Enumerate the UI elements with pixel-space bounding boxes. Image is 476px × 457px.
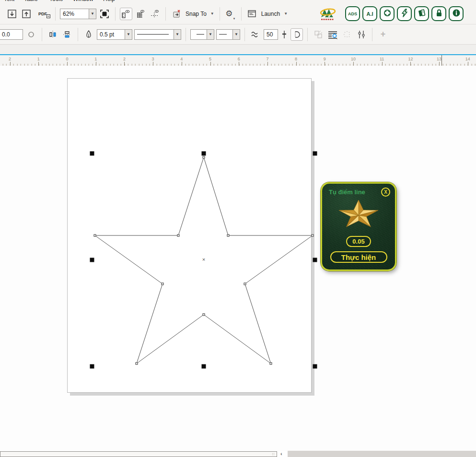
snap-off-button[interactable] bbox=[170, 8, 183, 20]
gear-icon: ⚙ bbox=[225, 10, 232, 18]
mirror-vertical-button[interactable] bbox=[61, 28, 73, 41]
plugin-execute-button[interactable]: Thực hiện bbox=[330, 251, 387, 263]
show-guidelines-button[interactable] bbox=[149, 8, 161, 20]
ruler-major-tick bbox=[124, 62, 125, 66]
lightning-button[interactable] bbox=[397, 6, 412, 21]
horizontal-scrollbar: ‹ bbox=[0, 451, 476, 457]
selection-handle[interactable] bbox=[202, 364, 206, 369]
ruler-number: 13 bbox=[437, 57, 441, 61]
smoothing-field[interactable]: 50 bbox=[264, 29, 278, 40]
line-style-dropdown-icon[interactable]: ▼ bbox=[174, 29, 181, 40]
selection-handle[interactable] bbox=[202, 152, 206, 156]
add-tool-button[interactable]: + bbox=[377, 28, 389, 41]
launch-dropdown-icon[interactable]: ▼ bbox=[284, 12, 288, 16]
star-node[interactable] bbox=[136, 363, 138, 365]
zoom-dropdown-arrow-icon[interactable]: ▼ bbox=[89, 9, 96, 19]
selection-handle[interactable] bbox=[313, 364, 317, 369]
ruler-number: 1 bbox=[94, 57, 97, 61]
selection-handle[interactable] bbox=[313, 152, 317, 156]
launch-label[interactable]: Launch bbox=[261, 11, 280, 17]
menu-help[interactable]: Help bbox=[103, 0, 115, 2]
aim-button[interactable] bbox=[380, 6, 395, 21]
import-button[interactable] bbox=[6, 8, 18, 20]
text-wrap-button[interactable] bbox=[326, 28, 339, 41]
grid-icon bbox=[136, 9, 145, 19]
position-x-field[interactable]: 0.0 bbox=[0, 29, 23, 40]
start-arrowhead-combobox[interactable]: ▼ bbox=[190, 29, 214, 40]
star-node[interactable] bbox=[94, 234, 96, 237]
end-arrowhead-combobox[interactable]: ▼ bbox=[216, 29, 240, 40]
menu-tools[interactable]: Tools bbox=[49, 0, 63, 2]
outline-width-combobox[interactable]: 0.5 pt ▼ bbox=[97, 29, 132, 40]
align-nodes-button bbox=[341, 28, 353, 41]
curve-settings-button[interactable] bbox=[355, 28, 368, 41]
selection-handle[interactable] bbox=[90, 258, 94, 262]
lock-button[interactable] bbox=[431, 6, 446, 21]
plugin-value-field[interactable]: 0.05 bbox=[346, 236, 371, 247]
line-style-preview[interactable] bbox=[134, 29, 174, 40]
publish-pdf-button[interactable]: PDF bbox=[35, 8, 51, 20]
scroll-left-arrow-icon[interactable]: ‹ bbox=[280, 451, 282, 457]
ads-button[interactable]: ADS bbox=[345, 6, 360, 21]
star-node[interactable] bbox=[203, 314, 205, 316]
star-node[interactable] bbox=[162, 283, 164, 285]
ruler-number: 9 bbox=[324, 57, 326, 61]
plugin-close-button[interactable]: X bbox=[381, 187, 390, 197]
align-nodes-icon bbox=[342, 30, 352, 39]
ruler-number: 2 bbox=[9, 57, 11, 61]
mirror-horizontal-button[interactable] bbox=[46, 28, 59, 41]
snap-to-dropdown-icon[interactable]: ▼ bbox=[210, 12, 214, 16]
books-button[interactable] bbox=[414, 6, 429, 21]
fullscreen-preview-button[interactable] bbox=[98, 8, 111, 20]
ai-button[interactable]: A.I bbox=[362, 6, 377, 21]
star-node[interactable] bbox=[227, 234, 230, 237]
scrollbar-thumb[interactable] bbox=[0, 451, 277, 457]
zoom-level-value[interactable]: 62% bbox=[60, 9, 89, 19]
selection-handle[interactable] bbox=[90, 364, 94, 369]
info-button[interactable] bbox=[449, 6, 464, 21]
snap-to-label[interactable]: Snap To bbox=[186, 11, 207, 17]
ruler-number: 11 bbox=[380, 57, 384, 61]
ruler-number: 1 bbox=[37, 57, 40, 61]
selection-center-mark[interactable]: × bbox=[202, 257, 205, 262]
show-rulers-button[interactable] bbox=[120, 8, 132, 20]
menu-window[interactable]: Window bbox=[73, 0, 93, 2]
smoothing-value[interactable]: 50 bbox=[264, 29, 278, 40]
sliders-icon bbox=[357, 30, 366, 39]
snap-off-icon bbox=[172, 9, 181, 19]
position-x-value[interactable]: 0.0 bbox=[0, 29, 23, 40]
outline-width-dropdown-icon[interactable]: ▼ bbox=[125, 29, 132, 40]
menu-table[interactable]: Table bbox=[24, 0, 38, 2]
close-curve-icon bbox=[292, 30, 301, 39]
export-button[interactable] bbox=[20, 8, 33, 20]
selection-handle[interactable] bbox=[313, 258, 317, 262]
drawing-canvas[interactable] bbox=[0, 66, 476, 451]
smoothing-slider-handle[interactable] bbox=[280, 28, 289, 41]
star-node[interactable] bbox=[312, 234, 314, 237]
star-node[interactable] bbox=[203, 156, 205, 159]
line-style-combobox[interactable]: ▼ bbox=[134, 29, 181, 40]
ruler-major-tick bbox=[182, 62, 182, 66]
horizontal-ruler[interactable]: 2101234567891011121314 bbox=[0, 54, 476, 66]
start-arrowhead-preview[interactable] bbox=[190, 29, 207, 40]
star-node[interactable] bbox=[244, 283, 246, 285]
star-node[interactable] bbox=[270, 363, 272, 365]
lock-icon bbox=[435, 9, 443, 19]
scale-icon bbox=[313, 30, 323, 39]
end-arrowhead-preview[interactable] bbox=[216, 29, 232, 40]
outline-width-value[interactable]: 0.5 pt bbox=[97, 29, 125, 40]
options-button[interactable]: ⚙ ▼ bbox=[224, 8, 237, 20]
zoom-level-combobox[interactable]: 62% ▼ bbox=[60, 9, 96, 19]
launch-button[interactable] bbox=[246, 8, 258, 20]
export-icon bbox=[22, 9, 31, 19]
outline-pen-icon bbox=[82, 28, 95, 41]
selection-handle[interactable] bbox=[90, 152, 94, 156]
ruler-number: 2 bbox=[123, 57, 126, 61]
start-arrowhead-dropdown-icon[interactable]: ▼ bbox=[207, 29, 214, 40]
menubar: Text Table Tools Window Help bbox=[0, 0, 476, 3]
menu-text[interactable]: Text bbox=[4, 0, 14, 2]
show-grid-button[interactable] bbox=[134, 8, 147, 20]
end-arrowhead-dropdown-icon[interactable]: ▼ bbox=[232, 29, 240, 40]
close-curve-button[interactable] bbox=[290, 28, 303, 41]
star-node[interactable] bbox=[177, 234, 180, 237]
